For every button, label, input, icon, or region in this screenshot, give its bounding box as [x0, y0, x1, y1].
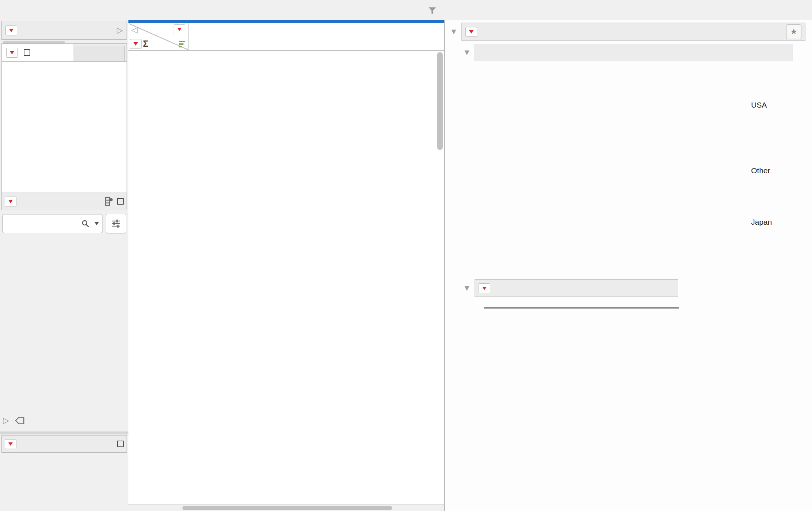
contingency-table — [484, 307, 679, 309]
scripts-menu-button[interactable] — [6, 48, 18, 58]
contingency-outline-header: ▼ — [463, 279, 678, 297]
contingency-title-bar[interactable] — [475, 279, 678, 297]
grid-corner-cell[interactable]: ◁ Σ — [128, 23, 189, 50]
panel-splitter[interactable] — [0, 431, 128, 434]
divider — [92, 217, 92, 230]
columns-menu-button[interactable] — [5, 197, 16, 206]
collapse-triangle-icon[interactable]: ▼ — [463, 48, 471, 57]
tag-outline-icon — [14, 416, 25, 425]
scripts-list — [2, 62, 127, 69]
data-grid: ◁ Σ — [128, 20, 444, 511]
columns-filter-input[interactable] — [6, 219, 81, 228]
search-options-caret-icon[interactable] — [94, 222, 99, 225]
mosaic-plot: USAOtherJapan — [445, 20, 812, 511]
column-settings-icon[interactable] — [104, 197, 113, 206]
scripts-tabs — [2, 44, 127, 62]
strip-label: USA — [751, 101, 767, 109]
jmp-window: ▷ — [0, 0, 812, 511]
mosaic-title-bar[interactable] — [475, 44, 793, 61]
vertical-scrollbar-thumb[interactable] — [437, 52, 443, 150]
tab-scripts[interactable] — [2, 44, 73, 61]
tab-filter-views[interactable] — [74, 46, 125, 61]
analysis-menu-button[interactable] — [465, 27, 477, 37]
sigma-icon[interactable]: Σ — [143, 39, 148, 49]
strip-label: Other — [751, 166, 770, 175]
table-menu-button[interactable] — [5, 26, 17, 35]
grid-header-row: ◁ Σ — [128, 23, 444, 51]
bookmark-star-button[interactable]: ★ — [786, 24, 801, 39]
mosaic-outline-header: ▼ — [463, 44, 793, 61]
tags-row[interactable]: ▷ — [3, 416, 30, 425]
collapse-triangle-icon[interactable]: ▼ — [463, 283, 471, 293]
columns-panel-header[interactable] — [1, 193, 127, 210]
data-table-tab-bar — [0, 0, 444, 20]
table-title-bar[interactable]: ▷ — [1, 21, 127, 40]
rows-panel-header[interactable] — [1, 435, 127, 453]
expand-right-icon[interactable]: ▷ — [117, 26, 123, 35]
strip-label: Japan — [751, 218, 772, 227]
active-table-accent-bar — [128, 20, 444, 23]
analysis-outline-header: ▼ ★ — [450, 23, 805, 41]
filter-settings-button[interactable] — [106, 214, 126, 233]
horizontal-scrollbar-thumb[interactable] — [182, 506, 392, 510]
analysis-panel: ▼ ★ ▼ USAOtherJapan ▼ — [444, 20, 812, 511]
grid-body[interactable] — [128, 51, 444, 500]
scripts-panel — [1, 43, 127, 209]
rows-menu-button[interactable] — [5, 439, 16, 449]
horizontal-scrollbar[interactable] — [128, 504, 444, 511]
expand-right-icon[interactable]: ▷ — [3, 416, 9, 425]
undock-icon[interactable] — [117, 441, 124, 447]
undock-icon[interactable] — [117, 198, 124, 205]
collapse-left-icon[interactable]: ◁ — [131, 25, 138, 35]
sliders-icon — [111, 218, 121, 229]
columns-corner-menu-button[interactable] — [174, 24, 185, 34]
search-icon — [81, 219, 90, 228]
analysis-title-bar[interactable]: ★ — [461, 23, 805, 41]
collapse-triangle-icon[interactable]: ▼ — [450, 27, 458, 36]
filter-funnel-icon[interactable] — [428, 6, 437, 15]
column-list-icon[interactable] — [179, 41, 185, 47]
columns-filter-box[interactable] — [2, 214, 103, 233]
contingency-menu-button[interactable] — [479, 283, 490, 293]
data-table-side-panel: ▷ — [0, 20, 128, 511]
undock-icon[interactable] — [24, 49, 30, 56]
rows-corner-menu-button[interactable] — [130, 39, 142, 49]
columns-filter-row — [2, 213, 126, 234]
